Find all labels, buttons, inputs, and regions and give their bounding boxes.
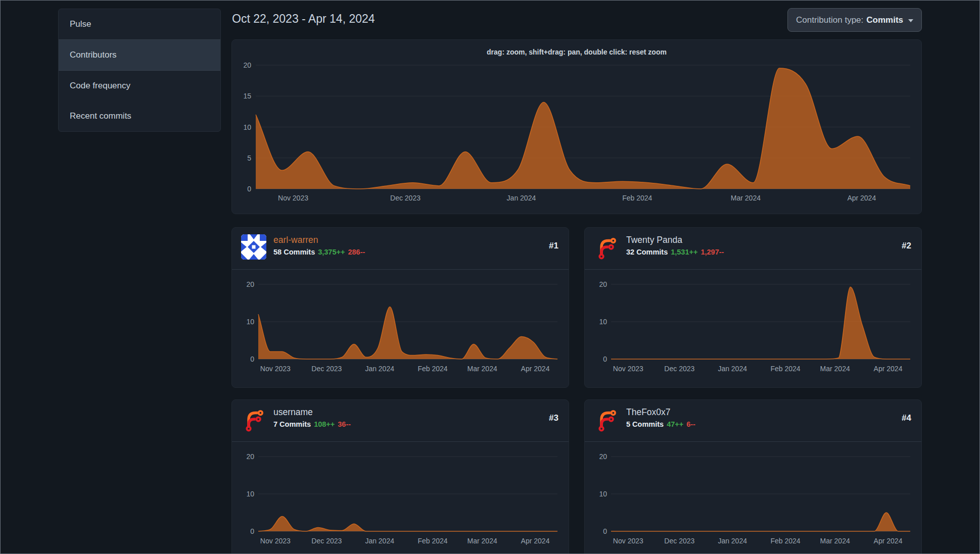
contribution-type-value: Commits (866, 15, 903, 25)
identicon-avatar (241, 234, 266, 260)
y-axis-tick-label: 15 (243, 92, 251, 100)
y-axis-tick-label: 0 (603, 355, 607, 363)
y-axis-tick-label: 0 (247, 185, 251, 193)
rank-badge: #4 (902, 413, 911, 423)
deletions-count: 1,297-- (701, 248, 724, 256)
x-axis-tick-label: Jan 2024 (718, 365, 747, 373)
contributor-card-3: username7 Commits108++36--#301020Nov 202… (231, 399, 569, 554)
zoom-hint: drag: zoom, shift+drag: pan, double clic… (232, 48, 921, 56)
rank-badge: #2 (902, 241, 911, 251)
contributor-activity-chart[interactable]: 01020Nov 2023Dec 2023Jan 2024Feb 2024Mar… (232, 270, 569, 390)
x-axis-tick-label: Feb 2024 (770, 537, 800, 545)
y-axis-tick-label: 0 (603, 527, 607, 535)
chevron-down-icon (908, 19, 913, 22)
x-axis-tick-label: Feb 2024 (417, 365, 447, 373)
y-axis-tick-label: 20 (243, 61, 251, 69)
rank-badge: #3 (549, 413, 558, 423)
y-axis-tick-label: 5 (247, 154, 251, 162)
y-axis-tick-label: 10 (599, 318, 607, 326)
x-axis-tick-label: Mar 2024 (731, 194, 761, 202)
x-axis-tick-label: Nov 2023 (613, 537, 643, 545)
contributor-stats: 7 Commits108++36-- (273, 420, 351, 428)
contributor-card-header: TheFox0x75 Commits47++6--#4 (585, 400, 921, 442)
overall-contributions-card: drag: zoom, shift+drag: pan, double clic… (231, 39, 922, 214)
additions-count: 108++ (314, 420, 335, 428)
contributor-card-1: earl-warren58 Commits3,375++286--#101020… (231, 227, 569, 388)
sidebar-item-contributors[interactable]: Contributors (59, 39, 220, 71)
x-axis-tick-label: Dec 2023 (664, 365, 694, 373)
x-axis-tick-label: Feb 2024 (622, 194, 652, 202)
additions-count: 47++ (667, 420, 683, 428)
commit-count: 32 Commits (626, 248, 668, 256)
sidebar: PulseContributorsCode frequencyRecent co… (58, 9, 221, 132)
contributor-stats: 58 Commits3,375++286-- (273, 248, 365, 256)
y-axis-tick-label: 10 (246, 490, 254, 498)
x-axis-tick-label: Jan 2024 (365, 365, 394, 373)
contributor-stats: 32 Commits1,531++1,297-- (626, 248, 724, 256)
contribution-type-dropdown[interactable]: Contribution type: Commits (787, 8, 922, 32)
commit-count: 58 Commits (273, 248, 315, 256)
y-axis-tick-label: 20 (599, 280, 607, 288)
x-axis-tick-label: Nov 2023 (260, 365, 291, 373)
contributor-activity-chart[interactable]: 01020Nov 2023Dec 2023Jan 2024Feb 2024Mar… (232, 442, 569, 554)
x-axis-tick-label: Mar 2024 (820, 365, 850, 373)
contributor-activity-chart[interactable]: 01020Nov 2023Dec 2023Jan 2024Feb 2024Mar… (585, 270, 921, 390)
contributor-activity-chart[interactable]: 01020Nov 2023Dec 2023Jan 2024Feb 2024Mar… (585, 442, 921, 554)
deletions-count: 36-- (338, 420, 351, 428)
x-axis-tick-label: Apr 2024 (874, 365, 903, 373)
y-axis-tick-label: 10 (599, 490, 607, 498)
contributor-card-header: Twenty Panda32 Commits1,531++1,297--#2 (585, 228, 921, 270)
topbar: Oct 22, 2023 - Apr 14, 2024 Contribution… (231, 7, 922, 39)
forgejo-logo-avatar (594, 407, 619, 432)
additions-count: 1,531++ (671, 248, 697, 256)
sidebar-item-code-frequency[interactable]: Code frequency (59, 71, 220, 101)
x-axis-tick-label: Apr 2024 (874, 537, 903, 545)
contributor-name: TheFox0x7 (626, 407, 671, 418)
contributor-name: username (273, 407, 313, 418)
contributor-name: Twenty Panda (626, 235, 682, 245)
contributor-name[interactable]: earl-warren (273, 235, 318, 245)
y-axis-tick-label: 10 (246, 318, 254, 326)
page-title: Oct 22, 2023 - Apr 14, 2024 (232, 12, 375, 26)
contributor-card-4: TheFox0x75 Commits47++6--#401020Nov 2023… (584, 399, 922, 554)
overall-activity-chart[interactable]: 05101520Nov 2023Dec 2023Jan 2024Feb 2024… (232, 40, 921, 216)
x-axis-tick-label: Nov 2023 (260, 537, 291, 545)
x-axis-tick-label: Apr 2024 (847, 194, 876, 202)
x-axis-tick-label: Jan 2024 (718, 537, 747, 545)
sidebar-item-pulse[interactable]: Pulse (59, 9, 220, 39)
x-axis-tick-label: Feb 2024 (770, 365, 800, 373)
x-axis-tick-label: Dec 2023 (311, 365, 342, 373)
x-axis-tick-label: Nov 2023 (278, 194, 308, 202)
contributor-card-2: Twenty Panda32 Commits1,531++1,297--#201… (584, 227, 922, 388)
x-axis-tick-label: Jan 2024 (507, 194, 536, 202)
x-axis-tick-label: Jan 2024 (365, 537, 394, 545)
content: Oct 22, 2023 - Apr 14, 2024 Contribution… (231, 7, 922, 554)
forgejo-logo-avatar (594, 234, 619, 260)
x-axis-tick-label: Apr 2024 (521, 365, 550, 373)
commit-count: 5 Commits (626, 420, 664, 428)
x-axis-tick-label: Dec 2023 (390, 194, 421, 202)
contributors-page: PulseContributorsCode frequencyRecent co… (0, 0, 980, 554)
rank-badge: #1 (549, 241, 558, 251)
contributor-card-header: username7 Commits108++36--#3 (232, 400, 569, 442)
y-axis-tick-label: 0 (250, 527, 254, 535)
deletions-count: 286-- (348, 248, 365, 256)
deletions-count: 6-- (686, 420, 695, 428)
y-axis-tick-label: 0 (250, 355, 254, 363)
commit-count: 7 Commits (273, 420, 311, 428)
x-axis-tick-label: Dec 2023 (664, 537, 694, 545)
y-axis-tick-label: 10 (243, 123, 251, 131)
sidebar-item-recent-commits[interactable]: Recent commits (59, 101, 220, 131)
forgejo-logo-avatar (241, 407, 266, 432)
x-axis-tick-label: Dec 2023 (311, 537, 342, 545)
contributor-card-header: earl-warren58 Commits3,375++286--#1 (232, 228, 569, 270)
x-axis-tick-label: Feb 2024 (417, 537, 447, 545)
x-axis-tick-label: Mar 2024 (820, 537, 850, 545)
contribution-type-label: Contribution type: (796, 15, 863, 25)
y-axis-tick-label: 20 (599, 452, 607, 461)
contributor-stats: 5 Commits47++6-- (626, 420, 695, 428)
x-axis-tick-label: Nov 2023 (613, 365, 643, 373)
x-axis-tick-label: Mar 2024 (468, 365, 497, 373)
y-axis-tick-label: 20 (246, 452, 254, 461)
x-axis-tick-label: Apr 2024 (521, 537, 550, 545)
